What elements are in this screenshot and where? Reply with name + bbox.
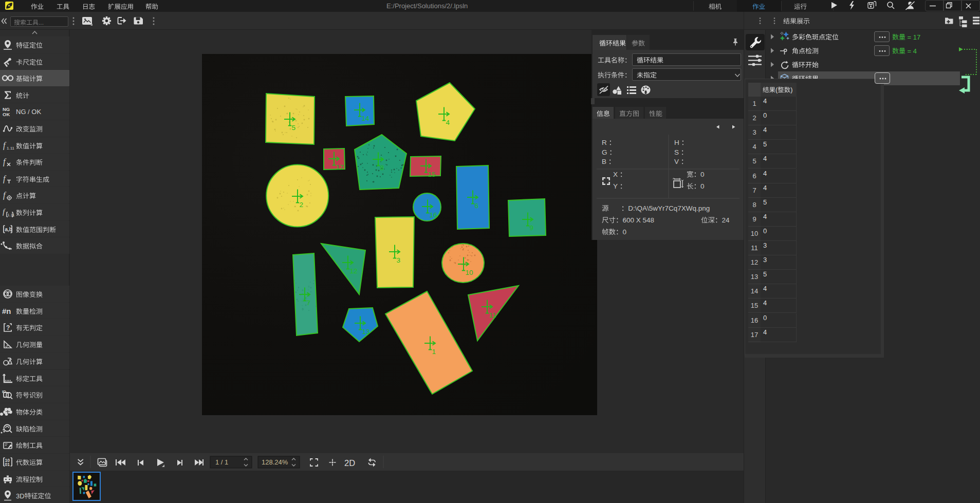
svg-text:(: ( (775, 86, 778, 94)
svg-text:f: f (3, 157, 7, 166)
svg-text:11: 11 (489, 311, 496, 319)
svg-text:B: B (602, 158, 608, 165)
svg-text:Y: Y (613, 182, 620, 190)
svg-text:= 17: = 17 (905, 33, 920, 41)
svg-text:X: X (613, 171, 620, 178)
svg-text:0: 0 (623, 228, 627, 236)
svg-text:3D: 3D (16, 492, 25, 500)
svg-text:16: 16 (430, 211, 437, 219)
svg-text:f: f (3, 208, 6, 216)
svg-text:13: 13 (362, 328, 370, 336)
svg-text:14: 14 (362, 115, 370, 122)
svg-text:600 X 548: 600 X 548 (623, 216, 655, 224)
svg-text:f: f (3, 174, 7, 183)
svg-text:?: ? (6, 324, 10, 331)
svg-text:f: f (3, 141, 7, 150)
svg-text:D:\QA\5wYr7Cq7XWq.png: D:\QA\5wYr7Cq7XWq.png (628, 204, 710, 212)
svg-text:#n: #n (2, 307, 11, 315)
svg-text:17: 17 (336, 163, 344, 171)
svg-text:8: 8 (380, 164, 384, 172)
svg-text:H: H (674, 139, 681, 146)
svg-text:R: R (602, 139, 609, 146)
svg-text:3: 3 (397, 256, 401, 264)
svg-text:a,b: a,b (5, 227, 12, 232)
svg-text:= 4: = 4 (905, 47, 917, 55)
svg-text:f: f (3, 191, 7, 200)
svg-text:7: 7 (307, 299, 311, 307)
svg-text:01: 01 (5, 462, 10, 467)
svg-text:): ) (790, 86, 792, 94)
svg-text:6: 6 (475, 202, 479, 210)
svg-text:24: 24 (722, 216, 730, 224)
svg-text:1.11: 1.11 (8, 213, 15, 217)
svg-text:G: G (602, 148, 609, 156)
svg-text:2: 2 (300, 201, 304, 209)
svg-text:128.24%: 128.24% (262, 458, 288, 466)
svg-text:ID: ID (2, 389, 6, 394)
svg-text:OK: OK (3, 111, 10, 117)
svg-text:1: 1 (432, 348, 436, 356)
svg-text:12: 12 (350, 267, 358, 275)
svg-text:4: 4 (446, 119, 450, 126)
svg-text:9: 9 (530, 224, 534, 232)
svg-text:S: S (674, 148, 681, 156)
svg-text:1 / 1: 1 / 1 (215, 458, 228, 466)
svg-text:5: 5 (292, 124, 296, 132)
svg-text:0: 0 (700, 182, 705, 190)
svg-text:2D: 2D (344, 458, 355, 468)
svg-text:15: 15 (428, 171, 436, 178)
svg-text:1.11: 1.11 (7, 146, 15, 151)
svg-text:V: V (674, 158, 681, 165)
svg-text:10: 10 (466, 269, 473, 276)
svg-text:0: 0 (700, 171, 705, 178)
svg-text:...: ... (39, 19, 44, 26)
